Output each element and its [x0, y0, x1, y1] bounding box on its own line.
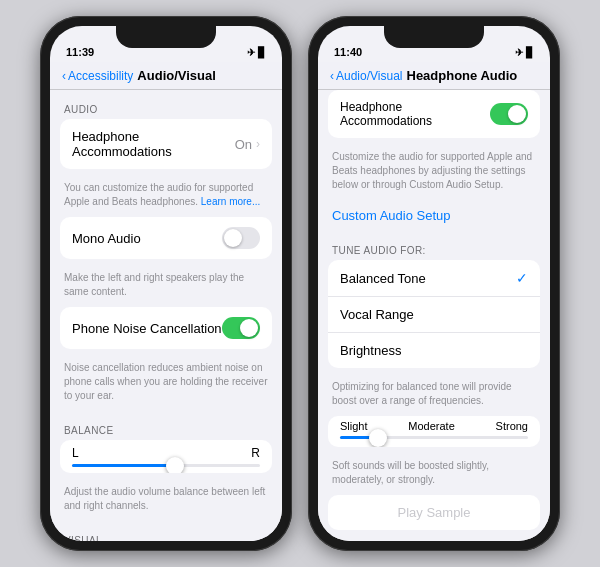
noise-group: Phone Noise Cancellation — [60, 307, 272, 349]
status-icons-1: ✈ ▊ — [247, 47, 266, 58]
soft-sounds-desc: Soft sounds will be boosted slightly, mo… — [318, 455, 550, 495]
phone-2: 11:40 ✈ ▊ ‹ Audio/Visual Headphone Audio… — [308, 16, 560, 551]
balance-desc: Adjust the audio volume balance between … — [50, 481, 282, 521]
boost-track[interactable] — [340, 436, 528, 439]
vocal-range-row[interactable]: Vocal Range — [328, 297, 540, 333]
tune-group: Balanced Tone ✓ Vocal Range Brightness — [328, 260, 540, 368]
notch-2 — [384, 26, 484, 48]
moderate-label: Moderate — [408, 420, 454, 432]
audio-section-header: AUDIO — [50, 90, 282, 119]
battery-icon-1: ▊ — [258, 47, 266, 58]
visual-section-header: VISUAL — [50, 521, 282, 541]
audio-group: Headphone Accommodations On › — [60, 119, 272, 169]
headphone-accom-knob — [508, 105, 526, 123]
strong-label: Strong — [496, 420, 528, 432]
balance-group: L R — [60, 440, 272, 473]
vocal-range-label: Vocal Range — [340, 307, 414, 322]
nav-bar-1: ‹ Accessibility Audio/Visual — [50, 62, 282, 90]
noise-desc: Noise cancellation reduces ambient noise… — [50, 357, 282, 411]
noise-toggle[interactable] — [222, 317, 260, 339]
balance-labels: L R — [72, 446, 260, 460]
back-button-1[interactable]: ‹ Accessibility — [62, 69, 133, 83]
mono-desc: Make the left and right speakers play th… — [50, 267, 282, 307]
headphone-accom-row: Headphone Accommodations — [328, 90, 540, 138]
brightness-desc: Optimizing for balanced tone will provid… — [318, 376, 550, 416]
slight-label: Slight — [340, 420, 368, 432]
content-2: Headphone Accommodations Customize the a… — [318, 90, 550, 541]
mono-toggle[interactable] — [222, 227, 260, 249]
back-button-2[interactable]: ‹ Audio/Visual — [330, 69, 403, 83]
time-2: 11:40 — [334, 46, 362, 58]
mono-label: Mono Audio — [72, 231, 222, 246]
balance-track[interactable] — [72, 464, 260, 467]
chevron-icon-headphone: › — [256, 137, 260, 151]
noise-toggle-knob — [240, 319, 258, 337]
nav-title-1: Audio/Visual — [137, 68, 216, 83]
status-icons-2: ✈ ▊ — [515, 47, 534, 58]
nav-bar-2: ‹ Audio/Visual Headphone Audio — [318, 62, 550, 90]
balanced-tone-row[interactable]: Balanced Tone ✓ — [328, 260, 540, 297]
custom-setup-link[interactable]: Custom Audio Setup — [318, 200, 550, 231]
headphone-label: Headphone Accommodations — [72, 129, 235, 159]
learn-more-link[interactable]: Learn more... — [201, 196, 260, 207]
brightness-row[interactable]: Brightness — [328, 333, 540, 368]
back-label-2: Audio/Visual — [336, 69, 403, 83]
noise-label: Phone Noise Cancellation — [72, 321, 222, 336]
slider-area: Slight Moderate Strong — [328, 416, 540, 447]
mono-group: Mono Audio — [60, 217, 272, 259]
headphone-value: On — [235, 137, 252, 152]
apply-header: APPLY WITH: — [318, 538, 550, 541]
headphone-accom-toggle[interactable] — [490, 103, 528, 125]
slider-labels-row: Slight Moderate Strong — [340, 420, 528, 432]
tune-header: TUNE AUDIO FOR: — [318, 231, 550, 260]
balance-l: L — [72, 446, 79, 460]
balanced-tone-label: Balanced Tone — [340, 271, 426, 286]
balanced-checkmark: ✓ — [516, 270, 528, 286]
headphone-desc: You can customize the audio for supporte… — [50, 177, 282, 217]
slider-group: Slight Moderate Strong — [328, 416, 540, 447]
boost-thumb[interactable] — [369, 429, 387, 447]
battery-icon-2: ▊ — [526, 47, 534, 58]
content-1: AUDIO Headphone Accommodations On › You … — [50, 90, 282, 541]
play-sample-button[interactable]: Play Sample — [328, 495, 540, 530]
balance-section-header: BALANCE — [50, 411, 282, 440]
balance-slider-row: L R — [60, 440, 272, 473]
nav-title-2: Headphone Audio — [407, 68, 518, 83]
chevron-back-icon-1: ‹ — [62, 69, 66, 83]
mono-toggle-knob — [224, 229, 242, 247]
time-1: 11:39 — [66, 46, 94, 58]
accom-desc: Customize the audio for supported Apple … — [318, 146, 550, 200]
mono-row: Mono Audio — [60, 217, 272, 259]
airplane-icon: ✈ — [247, 47, 255, 58]
back-label-1: Accessibility — [68, 69, 133, 83]
phone-1: 11:39 ✈ ▊ ‹ Accessibility Audio/Visual A… — [40, 16, 292, 551]
brightness-label: Brightness — [340, 343, 401, 358]
noise-row: Phone Noise Cancellation — [60, 307, 272, 349]
notch-1 — [116, 26, 216, 48]
headphone-accom-label: Headphone Accommodations — [340, 100, 490, 128]
balance-fill — [72, 464, 175, 467]
airplane-icon-2: ✈ — [515, 47, 523, 58]
chevron-back-icon-2: ‹ — [330, 69, 334, 83]
headphone-row[interactable]: Headphone Accommodations On › — [60, 119, 272, 169]
balance-r: R — [251, 446, 260, 460]
headphone-accom-group: Headphone Accommodations — [328, 90, 540, 138]
